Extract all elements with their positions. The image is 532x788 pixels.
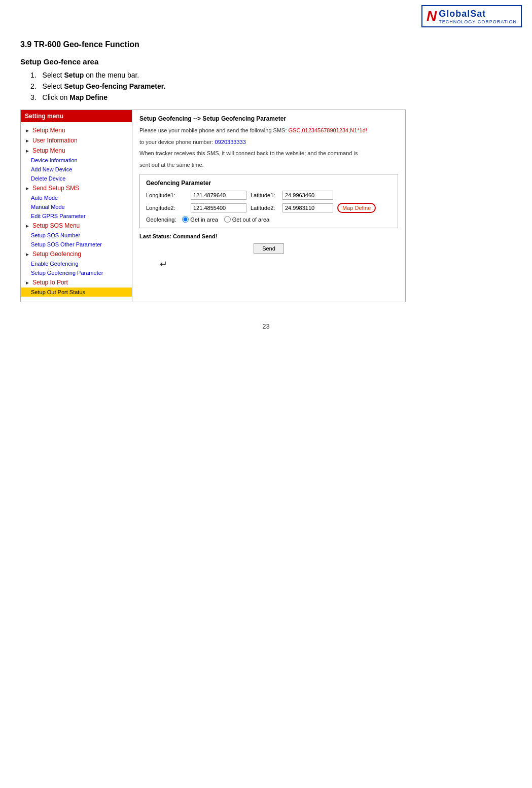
desc-text-1: Please use your mobile phone and send th… (139, 127, 287, 133)
page-content: 3.9 TR-600 Geo-fence Function Setup Geo-… (0, 30, 532, 350)
sidebar-item-setup-out-port-status[interactable]: Setup Out Port Status (21, 288, 132, 297)
logo-globalsat: GlobalSat (439, 9, 517, 19)
lat1-label: Latitude1: (251, 192, 278, 198)
sidebar-item-label: Setup Menu (32, 147, 65, 154)
sidebar-item-label: Setup SOS Other Parameter (31, 241, 102, 247)
sidebar-item-label: Setup Io Port (32, 279, 68, 286)
map-define-button[interactable]: Map Define (337, 203, 376, 213)
geo-param-box: Geofencing Parameter Longitude1: Latitud… (139, 174, 398, 228)
sidebar-item-label: Add New Device (31, 166, 72, 172)
geo-param-title: Geofencing Parameter (146, 180, 392, 187)
section-heading: 3.9 TR-600 Geo-fence Function (20, 40, 512, 49)
sidebar-item-setup-io-port[interactable]: ► Setup Io Port (21, 277, 132, 288)
sidebar-item-label: Delete Device (31, 175, 65, 182)
geo-fencing-row: Geofencing: Get in area Get out of area (146, 216, 392, 223)
phone-number: 0920333333 (215, 139, 246, 145)
radio-get-in-area[interactable]: Get in area (182, 216, 218, 223)
radio-get-out-area-input[interactable] (224, 216, 231, 223)
sidebar-menu: ► Setup Menu ► User Information ► Setup … (21, 122, 132, 300)
sidebar-title: Setting menu (21, 110, 132, 122)
page-header: N GlobalSat TECHNOLOGY CORPORATION (0, 0, 532, 30)
sidebar-item-label: Setup SOS Number (31, 232, 80, 238)
sidebar-item-enable-geofencing[interactable]: Enable Geofencing (21, 259, 132, 268)
sidebar-item-label: Send Setup SMS (32, 185, 79, 192)
long1-label: Longitude1: (146, 192, 187, 198)
main-desc-1: Please use your mobile phone and send th… (139, 126, 398, 135)
arrow-icon: ► (25, 186, 30, 191)
sidebar-item-setup-geofencing[interactable]: ► Setup Geofencing (21, 249, 132, 259)
main-content-area: Setup Geofencing --> Setup Geofencing Pa… (132, 110, 405, 302)
send-button[interactable]: Send (254, 243, 284, 254)
main-desc-3: When tracker receives this SMS, it will … (139, 149, 398, 158)
logo-text: GlobalSat TECHNOLOGY CORPORATION (439, 9, 517, 24)
arrow-icon: ► (25, 280, 30, 285)
arrow-icon: ► (25, 138, 30, 144)
sidebar-item-label: Setup Menu (32, 127, 65, 134)
sidebar-item-label: Auto Mode (31, 195, 58, 201)
cursor-icon: ↵ (160, 259, 398, 270)
sidebar-item-edit-gprs[interactable]: Edit GPRS Parameter (21, 211, 132, 221)
sms-code: GSC,012345678901234,N1*1d! (289, 127, 367, 133)
sidebar-item-label: User Information (32, 137, 78, 144)
logo-n: N (427, 8, 437, 24)
lat2-input[interactable] (282, 203, 333, 212)
geo-row-1: Longitude1: Latitude1: (146, 191, 392, 200)
arrow-icon: ► (25, 128, 30, 133)
sidebar-item-send-setup-sms[interactable]: ► Send Setup SMS (21, 183, 132, 193)
sidebar-item-setup-menu-1[interactable]: ► Setup Menu (21, 125, 132, 135)
lat1-input[interactable] (282, 191, 333, 200)
sidebar-item-label: Setup Geofencing Parameter (31, 270, 103, 276)
sidebar-item-label: Setup SOS Menu (32, 222, 80, 229)
arrow-icon: ► (25, 223, 30, 229)
sidebar-item-user-information[interactable]: ► User Information (21, 135, 132, 146)
long2-label: Longitude2: (146, 205, 187, 211)
last-status-label: Last Status: (139, 233, 171, 239)
sidebar-item-delete-device[interactable]: Delete Device (21, 174, 132, 183)
sidebar-item-label: Manual Mode (31, 204, 65, 210)
sidebar-item-setup-geofencing-param[interactable]: Setup Geofencing Parameter (21, 268, 132, 277)
sidebar-item-setup-menu-2[interactable]: ► Setup Menu (21, 146, 132, 156)
page-number: 23 (20, 323, 512, 330)
radio-get-in-area-label: Get in area (190, 217, 218, 223)
last-status: Last Status: Command Send! (139, 233, 398, 239)
radio-get-out-area[interactable]: Get out of area (224, 216, 269, 223)
screenshot-box: Setting menu ► Setup Menu ► User Informa… (20, 110, 406, 302)
main-title: Setup Geofencing --> Setup Geofencing Pa… (139, 115, 398, 122)
steps-list: 1. Select Setup on the menu bar. 2. Sele… (30, 71, 512, 101)
sidebar-item-auto-mode[interactable]: Auto Mode (21, 193, 132, 202)
sidebar-item-setup-sos-menu[interactable]: ► Setup SOS Menu (21, 221, 132, 231)
lat2-label: Latitude2: (251, 205, 278, 211)
logo-subtitle: TECHNOLOGY CORPORATION (439, 19, 517, 24)
sidebar-item-label: Device Information (31, 157, 78, 163)
desc-text-2: to your device phone number: (139, 139, 214, 145)
logo: N GlobalSat TECHNOLOGY CORPORATION (421, 5, 522, 27)
geo-row-2: Longitude2: Latitude2: Map Define (146, 203, 392, 213)
main-desc-4: sent out at the same time. (139, 161, 398, 169)
radio-get-in-area-input[interactable] (182, 216, 189, 223)
geo-fencing-label: Geofencing: (146, 217, 176, 223)
sidebar-item-label: Enable Geofencing (31, 261, 79, 267)
sidebar-item-label: Edit GPRS Parameter (31, 213, 86, 219)
sidebar: Setting menu ► Setup Menu ► User Informa… (21, 110, 132, 302)
sidebar-item-setup-sos-number[interactable]: Setup SOS Number (21, 231, 132, 240)
radio-get-out-area-label: Get out of area (232, 217, 269, 223)
main-desc-2: to your device phone number: 0920333333 (139, 138, 398, 147)
sub-heading: Setup Geo-fence area (20, 57, 512, 66)
long2-input[interactable] (191, 203, 246, 212)
step-2: 2. Select Setup Geo-fencing Parameter. (30, 82, 512, 90)
sidebar-item-setup-sos-other[interactable]: Setup SOS Other Parameter (21, 240, 132, 249)
sidebar-item-manual-mode[interactable]: Manual Mode (21, 202, 132, 211)
last-status-value: Command Send! (173, 233, 217, 239)
sidebar-item-device-info[interactable]: Device Information (21, 156, 132, 165)
long1-input[interactable] (191, 191, 246, 200)
arrow-icon: ► (25, 252, 30, 257)
sidebar-item-label: Setup Out Port Status (31, 289, 85, 295)
arrow-icon: ► (25, 148, 30, 154)
step-3: 3. Click on Map Define (30, 93, 512, 101)
step-1: 1. Select Setup on the menu bar. (30, 71, 512, 79)
sidebar-item-label: Setup Geofencing (32, 250, 81, 258)
sidebar-item-add-new-device[interactable]: Add New Device (21, 165, 132, 174)
